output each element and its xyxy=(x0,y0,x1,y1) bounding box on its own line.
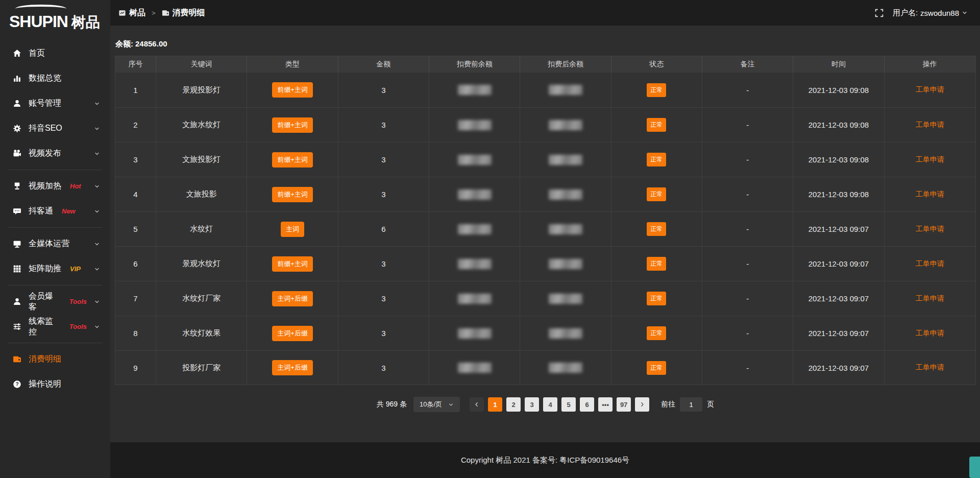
logo-text-en: SHUPIN xyxy=(9,13,68,30)
page-button-3[interactable]: 3 xyxy=(525,397,539,412)
sidebar-item-badge: Hot xyxy=(70,182,81,190)
type-badge: 主词+后缀 xyxy=(272,326,313,341)
cell-balance-before xyxy=(429,351,520,385)
sidebar-item-label: 会员爆客 xyxy=(29,291,61,313)
app-window: SHUPIN 树品 首页数据总览账号管理抖音SEO视频发布视频加热Hot抖客通N… xyxy=(0,0,980,478)
sidebar-item-account-manage[interactable]: 账号管理 xyxy=(0,91,110,116)
cell-keyword: 景观水纹灯 xyxy=(156,247,247,281)
breadcrumb-item-consume-detail[interactable]: 消费明细 xyxy=(162,8,205,18)
page-button-1[interactable]: 1 xyxy=(488,397,502,412)
page-size-select[interactable]: 10条/页 xyxy=(413,397,460,412)
breadcrumb: 树品>消费明细 xyxy=(118,8,205,18)
pagination-total: 共 969 条 xyxy=(377,400,407,409)
work-order-link[interactable]: 工单申请 xyxy=(916,190,944,199)
sidebar-item-clue-monitor[interactable]: 线索监控Tools xyxy=(0,314,110,339)
cell-balance-after xyxy=(520,316,611,350)
sidebar-item-label: 数据总览 xyxy=(29,73,61,84)
cell-index: 9 xyxy=(115,351,156,385)
sidebar-item-badge: Tools xyxy=(69,298,87,305)
cell-balance-before xyxy=(429,108,520,142)
cell-balance-before xyxy=(429,212,520,246)
cell-balance-before xyxy=(429,247,520,281)
breadcrumb-separator: > xyxy=(152,9,156,17)
sidebar-item-douyin-seo[interactable]: 抖音SEO xyxy=(0,116,110,141)
work-order-link[interactable]: 工单申请 xyxy=(916,85,944,94)
cell-remark: - xyxy=(702,177,793,211)
type-badge: 前缀+主词 xyxy=(272,256,313,272)
cell-time: 2021-12-03 09:07 xyxy=(793,281,884,316)
work-order-link[interactable]: 工单申请 xyxy=(916,329,944,338)
status-badge: 正常 xyxy=(647,118,666,132)
page-button-5[interactable]: 5 xyxy=(561,397,576,412)
balance-value: 24856.00 xyxy=(135,39,167,48)
fullscreen-icon[interactable] xyxy=(875,9,884,17)
cell-amount: 6 xyxy=(338,212,429,246)
sliders-icon xyxy=(13,322,21,331)
prev-page-button[interactable] xyxy=(470,397,484,412)
page-ellipsis-button[interactable]: ••• xyxy=(598,397,612,412)
status-badge: 正常 xyxy=(647,292,666,305)
user-menu[interactable]: 用户名: zswodun88 xyxy=(893,8,968,18)
cell-status: 正常 xyxy=(611,247,702,281)
table-row: 2文旅水纹灯前缀+主词3正常-2021-12-03 09:08工单申请 xyxy=(115,107,975,142)
status-badge: 正常 xyxy=(647,326,666,340)
column-header: 操作 xyxy=(885,56,975,73)
cell-balance-before xyxy=(429,281,520,316)
cell-status: 正常 xyxy=(611,177,702,211)
work-order-link[interactable]: 工单申请 xyxy=(916,259,944,269)
work-order-link[interactable]: 工单申请 xyxy=(916,155,944,164)
cell-balance-before xyxy=(429,316,520,350)
masked-balance-after xyxy=(549,85,582,95)
page-button-2[interactable]: 2 xyxy=(506,397,521,412)
goto-page-input[interactable] xyxy=(680,397,702,412)
sidebar-item-media-operation[interactable]: 全媒体运营 xyxy=(0,231,110,256)
cell-keyword: 景观投影灯 xyxy=(156,73,247,107)
cell-remark: - xyxy=(702,73,793,107)
cell-amount: 3 xyxy=(338,247,429,281)
cell-time: 2021-12-03 09:07 xyxy=(793,212,884,246)
masked-balance-before xyxy=(458,85,492,95)
sidebar-item-data-overview[interactable]: 数据总览 xyxy=(0,66,110,91)
work-order-link[interactable]: 工单申请 xyxy=(916,363,944,372)
sidebar: SHUPIN 树品 首页数据总览账号管理抖音SEO视频发布视频加热Hot抖客通N… xyxy=(0,0,110,478)
work-order-link[interactable]: 工单申请 xyxy=(916,225,944,234)
page-button-97[interactable]: 97 xyxy=(617,397,631,412)
cell-action: 工单申请 xyxy=(885,142,975,177)
column-header: 状态 xyxy=(611,56,702,73)
sidebar-item-video-heat[interactable]: 视频加热Hot xyxy=(0,174,110,199)
work-order-link[interactable]: 工单申请 xyxy=(916,294,944,303)
table-row: 7水纹灯厂家主词+后缀3正常-2021-12-03 09:07工单申请 xyxy=(115,281,975,316)
page-button-6[interactable]: 6 xyxy=(580,397,594,412)
cell-action: 工单申请 xyxy=(885,73,975,107)
masked-balance-after xyxy=(549,189,582,200)
sidebar-item-home[interactable]: 首页 xyxy=(0,41,110,66)
sidebar-item-matrix-boost[interactable]: 矩阵助推VIP xyxy=(0,256,110,281)
cell-type: 主词 xyxy=(247,212,338,246)
column-header: 备注 xyxy=(702,56,793,73)
cell-index: 3 xyxy=(115,142,156,177)
corner-widget[interactable] xyxy=(969,457,980,478)
cell-remark: - xyxy=(702,247,793,281)
cell-balance-after xyxy=(520,73,611,107)
type-badge: 前缀+主词 xyxy=(272,187,313,202)
sidebar-item-label: 全媒体运营 xyxy=(29,238,69,249)
main-panel: 树品>消费明细 用户名: zswodun88 余额:24856.00 xyxy=(110,0,980,478)
breadcrumb-item-shupin[interactable]: 树品 xyxy=(118,8,145,18)
sidebar-item-member-baoke[interactable]: 会员爆客Tools xyxy=(0,289,110,314)
cell-time: 2021-12-03 09:08 xyxy=(793,142,884,177)
sidebar-item-consume-detail[interactable]: 消费明细 xyxy=(0,347,110,372)
sidebar-item-video-publish[interactable]: 视频发布 xyxy=(0,141,110,166)
cell-type: 主词+后缀 xyxy=(247,351,338,385)
cell-status: 正常 xyxy=(611,281,702,316)
sidebar-item-help[interactable]: ?操作说明 xyxy=(0,372,110,397)
user-area: 用户名: zswodun88 xyxy=(875,8,968,18)
sidebar-item-label: 视频加热 xyxy=(29,181,61,192)
work-order-link[interactable]: 工单申请 xyxy=(916,121,944,130)
page-button-4[interactable]: 4 xyxy=(543,397,557,412)
wallet-icon xyxy=(162,9,169,17)
next-page-button[interactable] xyxy=(635,397,649,412)
heat-lamp-icon xyxy=(13,182,21,190)
cell-type: 前缀+主词 xyxy=(247,142,338,177)
sidebar-item-label: 操作说明 xyxy=(29,379,61,390)
sidebar-item-douketong[interactable]: 抖客通New xyxy=(0,199,110,224)
